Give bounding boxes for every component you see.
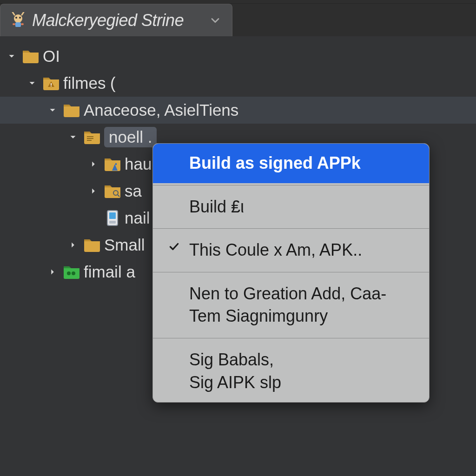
svg-rect-3	[15, 22, 21, 27]
menu-checkmark-spacer	[167, 283, 181, 284]
folder-icon	[83, 236, 101, 254]
svg-rect-6	[51, 83, 52, 85]
tree-label: filmes (	[63, 74, 116, 93]
svg-point-0	[14, 14, 22, 23]
checkmark-icon	[167, 239, 181, 253]
svg-rect-15	[109, 212, 116, 219]
tree-node-filmes[interactable]: filmes (	[0, 70, 476, 97]
tab-dropdown-chevron-icon[interactable]	[208, 13, 223, 28]
tree-label: OI	[43, 47, 60, 66]
menu-item-greation-add[interactable]: Nen to Greation Add, Caa-Tem Siagnimgunr…	[153, 274, 429, 336]
menu-separator	[153, 272, 429, 272]
menu-checkmark-spacer	[167, 349, 181, 350]
svg-rect-5	[21, 23, 24, 25]
tab-title: Malckeryegied Strine	[32, 11, 184, 30]
svg-point-1	[15, 17, 17, 19]
tree-label: noell .	[109, 128, 152, 146]
svg-rect-10	[87, 140, 92, 141]
tree-node-anaceose[interactable]: Anaceose, AsielTiens	[0, 97, 476, 124]
folder-icon	[62, 101, 81, 119]
folder-lines-icon	[83, 128, 101, 146]
disclosure-triangle-icon[interactable]	[86, 184, 100, 198]
menu-item-label: Build ₤ι	[189, 196, 415, 218]
disclosure-triangle-icon[interactable]	[25, 76, 39, 90]
folder-script-icon	[103, 155, 122, 173]
disclosure-triangle-icon[interactable]	[46, 103, 60, 117]
menu-item-label: This Coule x Am, APK..	[189, 239, 415, 262]
project-tree-panel: OI filmes ( Anaceose, AsielTiens noell .	[0, 36, 476, 476]
editor-tab-strip: Malckeryegied Strine	[0, 4, 476, 36]
menu-separator	[153, 185, 429, 185]
menu-checkmark-spacer	[167, 196, 181, 198]
app-mascot-icon	[10, 12, 26, 29]
svg-rect-8	[87, 136, 93, 137]
folder-green-icon	[62, 263, 81, 281]
tree-label: hau	[125, 155, 152, 173]
svg-rect-11	[115, 163, 117, 165]
context-menu: Build as signed APPk Build ₤ι This Coule…	[152, 143, 430, 403]
svg-point-17	[67, 271, 71, 275]
tree-label: Anaceose, AsielTiens	[84, 101, 238, 119]
svg-point-2	[19, 17, 21, 19]
svg-rect-16	[109, 221, 116, 224]
disclosure-triangle-icon[interactable]	[86, 157, 100, 171]
folder-icon	[21, 47, 40, 66]
folder-search-icon	[103, 182, 122, 200]
menu-item-sig[interactable]: Sig Babals, Sig AIPK slp	[153, 340, 429, 402]
disclosure-triangle-icon[interactable]	[66, 130, 80, 144]
active-tab[interactable]: Malckeryegied Strine	[0, 4, 232, 36]
menu-checkmark-spacer	[167, 152, 181, 154]
svg-rect-7	[51, 86, 52, 86]
tree-label: fimail a	[84, 263, 135, 281]
menu-item-build-signed[interactable]: Build as signed APPk	[153, 144, 429, 183]
window-top-strip	[0, 0, 476, 4]
svg-point-18	[72, 271, 75, 275]
disclosure-triangle-icon[interactable]	[46, 265, 60, 279]
menu-item-label: Build as signed APPk	[189, 152, 415, 175]
device-icon	[103, 209, 122, 227]
menu-item-label: Sig Babals, Sig AIPK slp	[189, 349, 415, 394]
menu-item-build[interactable]: Build ₤ι	[153, 187, 429, 227]
tree-label: sa	[125, 182, 142, 200]
svg-rect-9	[87, 138, 93, 139]
menu-item-label: Nen to Greation Add, Caa-Tem Siagnimgunr…	[189, 283, 415, 328]
menu-separator	[153, 228, 429, 229]
tree-label: nail	[125, 209, 150, 227]
menu-item-coule-apk[interactable]: This Coule x Am, APK..	[153, 231, 429, 270]
disclosure-triangle-icon[interactable]	[66, 238, 80, 252]
tree-node-root[interactable]: OI	[0, 43, 476, 70]
svg-rect-4	[13, 23, 15, 25]
tree-label: Small	[104, 236, 145, 254]
disclosure-triangle-icon[interactable]	[5, 49, 19, 63]
folder-warning-icon	[42, 74, 60, 93]
menu-separator	[153, 338, 429, 338]
